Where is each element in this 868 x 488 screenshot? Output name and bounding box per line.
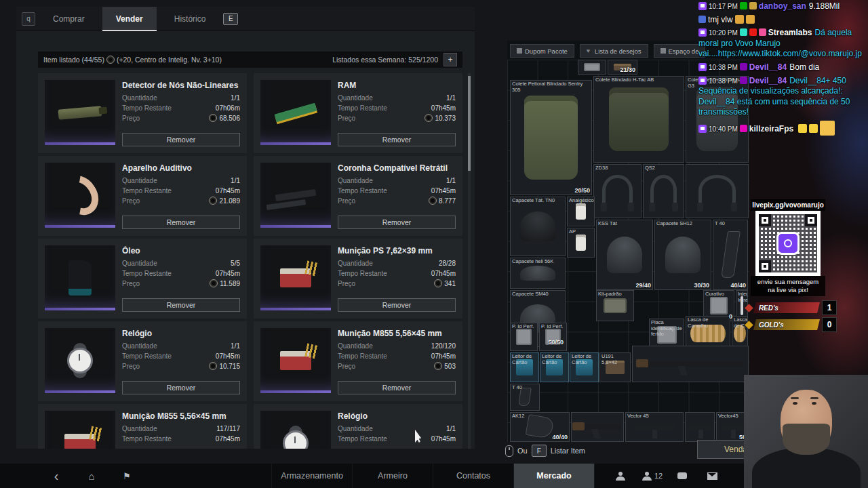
facecam [744,375,868,488]
item-thumbnail [45,245,115,310]
inventory-slot[interactable]: T 4040/40 [713,220,748,290]
founder-badge [749,2,757,9]
mail-button[interactable] [705,464,719,488]
space-button[interactable]: Espaço de [654,44,706,58]
donation-counters: RED's 1 GOLD's 0 [746,301,837,335]
inventory-slot[interactable]: Colete Blindado H-Tac AB [593,76,684,163]
item-thumbnail [260,328,331,393]
listing-card[interactable]: Munição M855 5,56×45 mm Quantidade117/11… [38,404,247,449]
listing-card[interactable]: Coronha Compatível Retrátil Quantidade1/… [254,156,462,236]
bottom-nav: ‹ ⌂ ⚑ Armazenamento Armeiro Contatos Mer… [0,464,868,488]
inventory-slot[interactable]: QS2 [643,164,684,218]
coin-icon [425,114,433,122]
time-value: 07h06m [216,104,240,112]
quantity-value: 1/1 [446,425,456,432]
home-button[interactable]: ⌂ [81,464,102,488]
remove-button[interactable]: Remover [338,298,456,312]
coin-icon [434,279,442,287]
detector-icon [58,106,102,120]
friends-count: 12 [654,472,663,480]
listing-card[interactable]: Munição M855 5,56×45 mm Quantidade120/12… [254,321,462,401]
nav-tab-armeiro[interactable]: Armeiro [352,464,433,488]
streamer-beard [783,424,830,455]
ammo-box-icon [280,351,311,370]
flag-button[interactable]: ⚑ [117,464,137,488]
listing-card[interactable]: Óleo Quantidade5/5 Tempo Restante07h45m … [38,239,247,319]
inventory-slot[interactable] [685,412,715,442]
listing-card[interactable]: Munição PS 7,62×39 mm Quantidade28/28 Te… [254,239,462,319]
inventory-slot[interactable]: P. Id Perf. [510,323,538,351]
tab-historico[interactable]: Histórico [161,7,220,31]
inventory-slot[interactable]: Leitor de Cartão [570,352,599,382]
inventory-slot[interactable]: Capacete hell 56K [510,258,566,289]
duck-emote [809,124,818,133]
listing-card[interactable]: Relógio Quantidade1/1 Tempo Restante07h4… [38,321,247,401]
inventory-slot[interactable]: Analgésico [567,197,595,226]
tab-comprar[interactable]: Comprar [39,7,98,31]
button-label: Espaço de [669,47,699,55]
chat-button[interactable] [675,464,689,488]
item-name: RAM [338,81,456,90]
inventory-slot[interactable] [571,412,624,442]
coin-icon [209,362,217,370]
inventory-slot[interactable]: Capacete SH1230/30 [654,220,711,290]
listing-card[interactable]: Detector de Nós Não-Lineares Quantidade1… [38,73,247,153]
inventory-slot[interactable]: P. Id Perf. [539,323,567,351]
item-thumbnail [260,80,331,145]
wishlist-button[interactable]: ♥Lista de desejos [580,44,648,58]
inventory-slot[interactable] [632,346,749,382]
item-name: T 40 [715,221,746,227]
remove-button[interactable]: Remover [122,133,240,146]
hearing-aid-icon [54,168,106,222]
inventory-slot[interactable]: KSS Tát29/40 [596,220,653,290]
time-label: Tempo Restante [122,270,172,277]
scrollbar-thumb[interactable] [468,76,471,171]
inventory-slot[interactable]: Leitor de Cartão [510,352,539,382]
inventory-slot[interactable]: AK1240/40 [510,412,570,442]
item-name: Placa identificaç. de ferido [651,320,682,338]
remove-button[interactable]: Remover [122,381,240,394]
quantity-label: Quantidade [338,342,373,350]
time-value: 07h45m [216,435,240,443]
listing-card[interactable]: Relógio Quantidade1/1 Tempo Restante07h4… [254,404,462,449]
remove-button[interactable]: Remover [338,381,456,394]
inventory-slot[interactable]: AP [567,228,595,258]
item-name: Capacete hell 56K [512,259,564,265]
inventory-slot[interactable]: Colete Peitoral Blindado Sentry 30520/50 [510,80,592,195]
quantity-value: 1/1 [231,94,240,102]
quantity-label: Quantidade [122,425,157,432]
package-button[interactable]: Dupom Pacote [510,44,574,58]
reds-value: 1 [822,300,837,315]
listing-card[interactable]: RAM Quantidade1/1 Tempo Restante07h45m P… [254,73,462,153]
friends-button[interactable]: 12 [637,464,667,488]
nav-tab-contatos[interactable]: Contatos [433,464,513,488]
remove-button[interactable]: Remover [122,298,240,312]
tab-vender[interactable]: Vender [102,7,157,31]
inventory-slot[interactable]: Capacete Tát. TN0 [510,197,566,256]
item-thumbnail [45,411,115,449]
nav-tab-mercado[interactable]: Mercado [513,464,595,488]
inventory-slot[interactable]: 21/30 [608,60,637,75]
sub-badge [740,63,747,70]
inventory-slot[interactable]: T 40 [510,384,540,411]
time-label: Tempo Restante [338,435,387,443]
remove-button[interactable]: Remover [338,133,456,146]
remove-button[interactable]: Remover [338,216,456,229]
remove-button[interactable]: Remover [122,216,240,229]
expand-button[interactable]: + [443,53,457,66]
inventory-slot[interactable]: Vector 45 [625,412,684,442]
inventory-slot[interactable] [686,164,749,218]
inventory-slot[interactable]: U191 5,8×42 [599,352,631,382]
back-button[interactable]: ‹ [46,464,66,488]
listing-card[interactable]: Aparelho Auditivo Quantidade1/1 Tempo Re… [38,156,247,236]
nav-tab-armazenamento[interactable]: Armazenamento [271,464,352,488]
inventory-slot[interactable]: ZD38 [593,164,642,218]
livepix-url: livepix.gg/vovomarujo [751,199,825,211]
inventory-slot[interactable]: Kit-padrão [596,290,634,321]
squad-button[interactable] [614,464,627,488]
quantity-label: Quantidade [338,94,373,102]
inventory-slot[interactable] [578,60,606,75]
inventory-slot[interactable]: Vector4550 [716,412,748,442]
time-value: 07h45m [216,352,240,360]
inventory-slot[interactable]: Leitor de Cartão [540,352,569,382]
